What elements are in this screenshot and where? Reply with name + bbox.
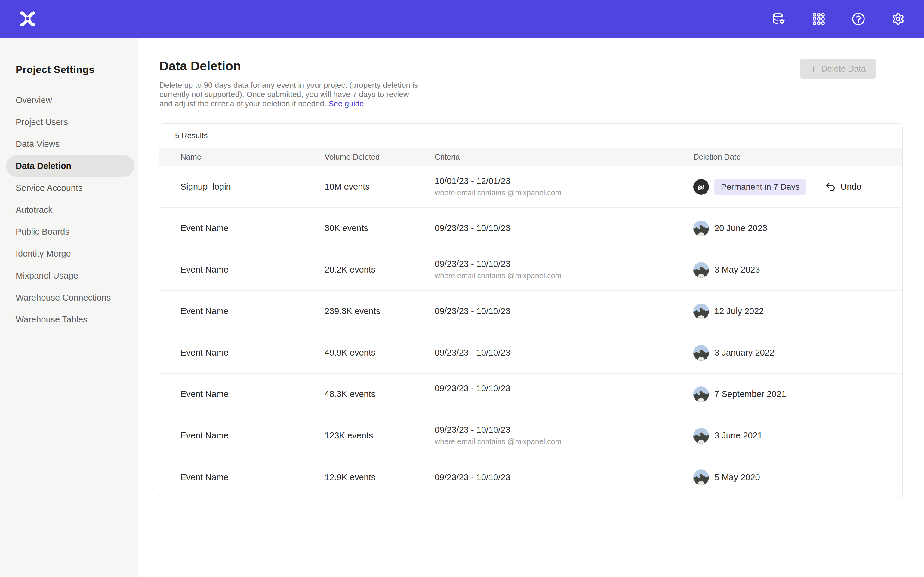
table-row: Event Name 48.3K events 09/23/23 - 10/10… [160, 374, 902, 415]
row-criteria-range: 09/23/23 - 10/10/23 [435, 472, 693, 482]
sidebar-item-public-boards[interactable]: Public Boards [6, 221, 134, 243]
sidebar-item-warehouse-tables[interactable]: Warehouse Tables [6, 309, 134, 330]
row-name: Signup_login [181, 182, 325, 192]
row-volume: 239.3K events [325, 306, 435, 316]
row-volume: 12.9K events [325, 472, 435, 482]
row-deletion-date-cell: Permanent in 7 Days Undo [693, 179, 902, 195]
sidebar-item-label: Public Boards [16, 227, 69, 237]
sidebar: Project Settings Overview Project Users … [0, 38, 138, 577]
table-row: Event Name 123K events 09/23/23 - 10/10/… [160, 415, 902, 456]
settings-button[interactable] [889, 10, 907, 28]
page-title: Data Deletion [160, 59, 899, 73]
page-description-text: Delete up to 90 days data for any event … [160, 81, 418, 108]
row-volume: 49.9K events [325, 348, 435, 358]
main-content: Data Deletion Delete up to 90 days data … [138, 38, 924, 577]
column-header-deletion-date: Deletion Date [693, 152, 902, 162]
table-row: Signup_login 10M events 10/01/23 - 12/01… [160, 166, 902, 208]
row-deletion-date-cell: 3 June 2021 [693, 428, 902, 443]
row-criteria: 09/23/23 - 10/10/23 [435, 348, 693, 358]
apps-grid-icon [811, 12, 826, 26]
row-deletion-date-cell: 20 June 2023 [693, 221, 902, 236]
undo-label: Undo [840, 182, 861, 192]
sidebar-nav: Overview Project Users Data Views Data D… [0, 89, 138, 330]
row-volume: 10M events [325, 182, 435, 192]
deletion-date: 12 July 2022 [714, 306, 764, 316]
row-name: Event Name [181, 430, 325, 440]
sidebar-item-overview[interactable]: Overview [6, 89, 134, 111]
row-criteria: 09/23/23 - 10/10/23 [435, 384, 693, 405]
deletion-date: 20 June 2023 [714, 223, 767, 233]
row-criteria-filter [435, 396, 693, 405]
row-criteria-range: 10/01/23 - 12/01/23 [435, 176, 693, 186]
sidebar-item-mixpanel-usage[interactable]: Mixpanel Usage [6, 265, 134, 287]
photo-avatar-image [693, 428, 709, 443]
row-criteria: 09/23/23 - 10/10/23 [435, 472, 693, 482]
row-criteria-filter: where email contains @mixpanel.com [435, 437, 693, 446]
row-criteria: 10/01/23 - 12/01/23 where email contains… [435, 176, 693, 197]
sidebar-item-project-users[interactable]: Project Users [6, 111, 134, 133]
sidebar-item-label: Data Views [16, 139, 60, 149]
sidebar-item-warehouse-connections[interactable]: Warehouse Connections [6, 287, 134, 309]
row-volume: 48.3K events [325, 389, 435, 399]
deletion-date: 3 January 2022 [714, 348, 774, 358]
see-guide-link[interactable]: See guide [328, 99, 363, 108]
sidebar-item-label: Autotrack [16, 205, 53, 215]
help-circle-icon [851, 12, 866, 26]
deletion-table-card: 5 Results Name Volume Deleted Criteria D… [159, 123, 903, 498]
delete-data-button-label: Delete Data [821, 64, 866, 74]
undo-button[interactable]: Undo [825, 181, 861, 193]
sidebar-item-label: Overview [16, 95, 52, 105]
permanent-badge: Permanent in 7 Days [714, 179, 806, 195]
row-volume: 123K events [325, 430, 435, 440]
user-avatar-photo [693, 262, 709, 278]
help-button[interactable] [850, 10, 867, 28]
row-deletion-date-cell: 3 January 2022 [693, 345, 902, 361]
user-avatar-photo [693, 428, 709, 443]
table-row: Event Name 30K events 09/23/23 - 10/10/2… [160, 208, 902, 249]
table-header-row: Name Volume Deleted Criteria Deletion Da… [160, 148, 902, 166]
user-avatar-photo [693, 387, 709, 402]
sidebar-item-identity-merge[interactable]: Identity Merge [6, 243, 134, 265]
photo-avatar-image [693, 262, 709, 278]
row-deletion-date-cell: 3 May 2023 [693, 262, 902, 278]
topbar-actions [770, 10, 907, 28]
sidebar-item-data-views[interactable]: Data Views [6, 133, 134, 155]
photo-avatar-image [693, 387, 709, 402]
photo-avatar-image [693, 303, 709, 319]
deletion-date: 3 June 2021 [714, 430, 762, 440]
row-deletion-date-cell: 7 September 2021 [693, 387, 902, 402]
photo-avatar-image [693, 469, 709, 485]
row-volume: 30K events [325, 223, 435, 233]
page-header: Data Deletion Delete up to 90 days data … [160, 59, 899, 108]
sidebar-item-service-accounts[interactable]: Service Accounts [6, 177, 134, 199]
user-avatar-photo [693, 469, 709, 485]
row-name: Event Name [181, 306, 325, 316]
undo-icon [825, 181, 836, 193]
sidebar-item-autotrack[interactable]: Autotrack [6, 199, 134, 221]
deletion-date: 3 May 2023 [714, 265, 760, 275]
database-gear-icon [772, 12, 786, 26]
mixpanel-logo[interactable] [17, 8, 39, 30]
sidebar-item-label: Warehouse Tables [16, 315, 87, 324]
sidebar-item-label: Data Deletion [16, 161, 71, 171]
row-name: Event Name [181, 389, 325, 399]
deletion-date: 7 September 2021 [714, 389, 786, 399]
user-avatar-photo [693, 303, 709, 319]
row-deletion-date-cell: 12 July 2022 [693, 303, 902, 319]
sidebar-item-data-deletion[interactable]: Data Deletion [6, 155, 134, 177]
mixpanel-logo-icon [19, 10, 37, 28]
plus-icon: + [810, 64, 816, 74]
row-criteria: 09/23/23 - 10/10/23 where email contains… [435, 259, 693, 280]
row-deletion-date-cell: 5 May 2020 [693, 469, 902, 485]
row-criteria-range: 09/23/23 - 10/10/23 [435, 259, 693, 269]
row-criteria: 09/23/23 - 10/10/23 [435, 223, 693, 233]
delete-data-button[interactable]: + Delete Data [800, 59, 876, 79]
apps-grid-button[interactable] [810, 10, 828, 28]
photo-avatar-image [693, 221, 709, 236]
table-row: Event Name 20.2K events 09/23/23 - 10/10… [160, 249, 902, 291]
sidebar-item-label: Service Accounts [16, 183, 82, 193]
sidebar-title: Project Settings [0, 38, 138, 76]
data-settings-button[interactable] [770, 10, 788, 28]
user-avatar-photo [693, 221, 709, 236]
deletion-date: 5 May 2020 [714, 472, 760, 482]
